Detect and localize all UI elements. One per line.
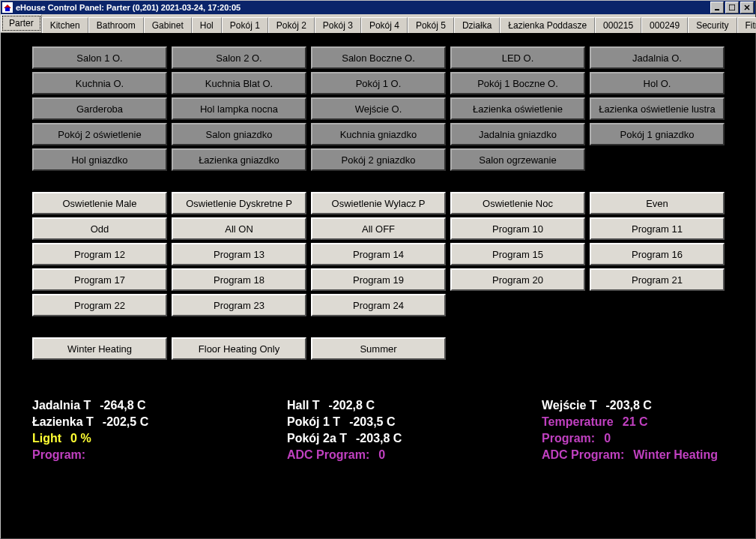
button-kuchnia-o[interactable]: Kuchnia O. bbox=[32, 72, 167, 94]
button-oswietlenie-wylacz-p[interactable]: Oswietlenie Wylacz P bbox=[311, 192, 446, 214]
tab-bathroom[interactable]: Bathroom bbox=[88, 17, 144, 33]
status-row: Program:0 bbox=[542, 432, 755, 445]
button-salon-2-o[interactable]: Salon 2 O. bbox=[172, 46, 306, 69]
status-value: Winter Heating bbox=[633, 448, 718, 462]
button-kuchnia-gniazdko[interactable]: Kuchnia gniazdko bbox=[311, 123, 446, 145]
button-program-24[interactable]: Program 24 bbox=[311, 294, 446, 316]
button-salon-gniazdko[interactable]: Salon gniazdko bbox=[172, 123, 306, 145]
status-value: -203,5 C bbox=[349, 415, 395, 429]
button-program-23[interactable]: Program 23 bbox=[172, 294, 306, 316]
button-wej-cie-o[interactable]: Wejście O. bbox=[311, 97, 446, 120]
button-salon-ogrzewanie[interactable]: Salon ogrzewanie bbox=[450, 148, 585, 171]
tab-pok-j-1[interactable]: Pokój 1 bbox=[222, 17, 268, 33]
status-value: 0 bbox=[604, 432, 611, 445]
button-kuchnia-blat-o[interactable]: Kuchnia Blat O. bbox=[172, 72, 306, 94]
button-program-21[interactable]: Program 21 bbox=[590, 268, 725, 291]
status-value: -203,8 C bbox=[356, 432, 402, 445]
svg-rect-3 bbox=[729, 4, 735, 10]
button-led-o[interactable]: LED O. bbox=[450, 46, 585, 69]
button-hol-o[interactable]: Hol O. bbox=[590, 72, 725, 94]
button-program-11[interactable]: Program 11 bbox=[590, 217, 725, 240]
status-col-1: Jadalnia T-264,8 CŁazienka T-202,5 CLigh… bbox=[32, 399, 287, 462]
tab-pok-j-2[interactable]: Pokój 2 bbox=[268, 17, 315, 33]
status-row: ADC Program:Winter Heating bbox=[542, 448, 755, 462]
status-label: Light bbox=[32, 432, 61, 445]
button-azienka-o-wietlenie[interactable]: Łazienka oświetlenie bbox=[450, 97, 585, 120]
button-salon-boczne-o[interactable]: Salon Boczne O. bbox=[311, 46, 446, 69]
button-garderoba[interactable]: Garderoba bbox=[32, 97, 167, 120]
button-pok-j-1-boczne-o[interactable]: Pokój 1 Boczne O. bbox=[450, 72, 585, 94]
button-all-on[interactable]: All ON bbox=[172, 217, 306, 240]
button-program-13[interactable]: Program 13 bbox=[172, 243, 306, 265]
tab-fitnes[interactable]: Fitnes bbox=[737, 17, 756, 33]
status-row: Wejście T-203,8 C bbox=[542, 399, 755, 412]
button-program-22[interactable]: Program 22 bbox=[32, 294, 167, 316]
button-oswietlenie-male[interactable]: Oswietlenie Male bbox=[32, 192, 167, 214]
button-program-19[interactable]: Program 19 bbox=[311, 268, 446, 291]
button-winter-heating[interactable]: Winter Heating bbox=[32, 337, 167, 360]
status-label: Temperature bbox=[542, 415, 614, 429]
close-button[interactable] bbox=[740, 1, 754, 13]
button-program-18[interactable]: Program 18 bbox=[172, 268, 306, 291]
button-program-17[interactable]: Program 17 bbox=[32, 268, 167, 291]
titlebar: eHouse Control Panel: Parter (0,201) 202… bbox=[1, 1, 755, 14]
status-row: Łazienka T-202,5 C bbox=[32, 415, 287, 429]
status-label: Program: bbox=[32, 448, 85, 462]
button-even[interactable]: Even bbox=[590, 192, 725, 214]
status-value: -264,8 C bbox=[100, 399, 145, 412]
status-readouts: Jadalnia T-264,8 CŁazienka T-202,5 CLigh… bbox=[1, 381, 755, 462]
button-floor-heating-only[interactable]: Floor Heating Only bbox=[172, 337, 306, 360]
button-hol-gniazdko[interactable]: Hol gniazdko bbox=[32, 148, 167, 171]
button-program-15[interactable]: Program 15 bbox=[450, 243, 585, 265]
button-jadalnia-gniazdko[interactable]: Jadalnia gniazdko bbox=[450, 123, 585, 145]
tab-dzia-ka[interactable]: Działka bbox=[454, 17, 500, 33]
maximize-button[interactable] bbox=[725, 1, 739, 13]
app-window: eHouse Control Panel: Parter (0,201) 202… bbox=[0, 0, 756, 539]
tab-kitchen[interactable]: Kitchen bbox=[42, 17, 88, 33]
button-pok-j-2-o-wietlenie[interactable]: Pokój 2 oświetlenie bbox=[32, 123, 167, 145]
button-hol-lampka-nocna[interactable]: Hol lampka nocna bbox=[172, 97, 306, 120]
status-label: Jadalnia T bbox=[32, 399, 91, 412]
button-jadalnia-o[interactable]: Jadalnia O. bbox=[590, 46, 725, 69]
tab-parter[interactable]: Parter bbox=[1, 14, 42, 32]
button-odd[interactable]: Odd bbox=[32, 217, 167, 240]
tab-hol[interactable]: Hol bbox=[192, 17, 222, 33]
window-title: eHouse Control Panel: Parter (0,201) 202… bbox=[16, 3, 710, 12]
tab-gabinet[interactable]: Gabinet bbox=[144, 17, 192, 33]
status-row: Pokój 1 T-203,5 C bbox=[287, 415, 542, 429]
button-summer[interactable]: Summer bbox=[311, 337, 446, 360]
button-program-20[interactable]: Program 20 bbox=[450, 268, 585, 291]
button-pok-j-1-gniazdko[interactable]: Pokój 1 gniazdko bbox=[590, 123, 725, 145]
tab-pok-j-3[interactable]: Pokój 3 bbox=[315, 17, 361, 33]
button-azienka-gniazdko[interactable]: Łazienka gniazdko bbox=[172, 148, 306, 171]
button-program-10[interactable]: Program 10 bbox=[450, 217, 585, 240]
status-row: Pokój 2a T-203,8 C bbox=[287, 432, 542, 445]
button-all-off[interactable]: All OFF bbox=[311, 217, 446, 240]
tab-content: Salon 1 O.Salon 2 O.Salon Boczne O.LED O… bbox=[1, 33, 755, 462]
tab-pok-j-4[interactable]: Pokój 4 bbox=[361, 17, 408, 33]
button-oswietlenie-dyskretne-p[interactable]: Oswietlenie Dyskretne P bbox=[172, 192, 306, 214]
status-value: -202,5 C bbox=[103, 415, 148, 429]
tab-000249[interactable]: 000249 bbox=[641, 17, 688, 33]
tab-000215[interactable]: 000215 bbox=[595, 17, 641, 33]
button-program-16[interactable]: Program 16 bbox=[590, 243, 725, 265]
tab-security[interactable]: Security bbox=[688, 17, 737, 33]
button-oswietlenie-noc[interactable]: Oswietlenie Noc bbox=[450, 192, 585, 214]
button-pok-j-2-gniazdko[interactable]: Pokój 2 gniazdko bbox=[311, 148, 446, 171]
status-value: -202,8 C bbox=[329, 399, 375, 412]
tab--azienka-poddasze[interactable]: Łazienka Poddasze bbox=[500, 17, 595, 33]
button-azienka-o-wietlenie-lustra[interactable]: Łazienka oświetlenie lustra bbox=[590, 97, 725, 120]
status-row: Light0 % bbox=[32, 432, 287, 445]
status-value: 0 % bbox=[70, 432, 91, 445]
status-value: -203,8 C bbox=[606, 399, 652, 412]
tab-pok-j-5[interactable]: Pokój 5 bbox=[408, 17, 454, 33]
button-program-12[interactable]: Program 12 bbox=[32, 243, 167, 265]
button-pok-j-1-o[interactable]: Pokój 1 O. bbox=[311, 72, 446, 94]
mode-button-grid: Winter HeatingFloor Heating OnlySummer bbox=[1, 337, 755, 360]
minimize-button[interactable] bbox=[710, 1, 724, 13]
status-label: ADC Program: bbox=[287, 448, 369, 462]
button-program-14[interactable]: Program 14 bbox=[311, 243, 446, 265]
status-value: 0 bbox=[378, 448, 385, 462]
svg-rect-1 bbox=[5, 7, 10, 11]
button-salon-1-o[interactable]: Salon 1 O. bbox=[32, 46, 167, 69]
